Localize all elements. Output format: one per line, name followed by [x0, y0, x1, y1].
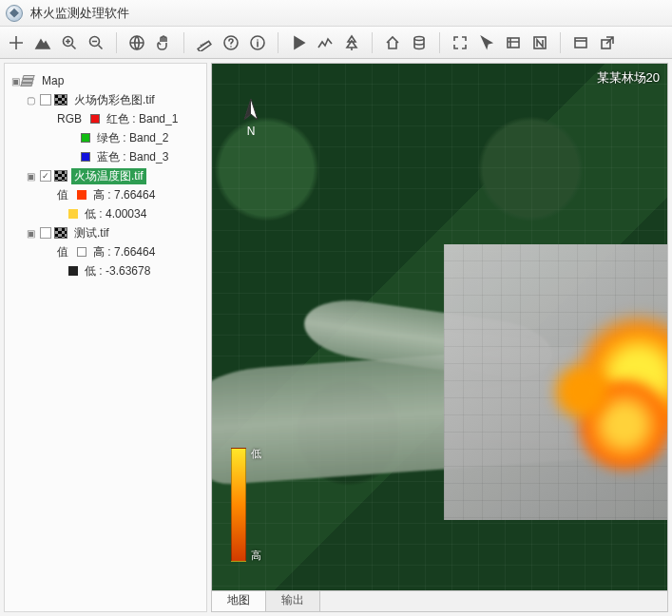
value-high: 高 : 7.66464	[90, 244, 158, 260]
collapse-icon[interactable]: ▣	[24, 169, 37, 183]
toolbar-separator	[116, 32, 117, 53]
tab-output[interactable]: 输出	[265, 588, 320, 611]
value-row: 值 高 : 7.66464	[9, 242, 204, 261]
value-label: 值	[54, 244, 71, 260]
toolbar-separator	[278, 32, 278, 53]
external-icon[interactable]	[597, 32, 618, 53]
globe-icon[interactable]	[126, 32, 147, 53]
app-logo-icon	[6, 5, 23, 22]
tree-icon[interactable]	[341, 32, 362, 53]
fullscreen-icon[interactable]	[450, 32, 470, 53]
map-area: 某某林场20 N 低 高 地图 输出	[211, 63, 668, 612]
add-icon[interactable]	[6, 32, 27, 53]
band-label: 蓝色 : Band_3	[94, 149, 171, 165]
mountain-icon[interactable]	[32, 32, 53, 53]
play-icon[interactable]	[288, 32, 309, 53]
map-title-overlay: 某某林场20	[597, 69, 660, 87]
zoom-in-icon[interactable]	[59, 32, 80, 53]
layer-label: 火场伪彩色图.tif	[71, 92, 158, 108]
blue-swatch-icon	[81, 152, 90, 162]
layer-visibility-checkbox[interactable]	[40, 170, 51, 182]
band-row: 蓝色 : Band_3	[9, 147, 204, 166]
high-swatch-icon	[77, 247, 86, 257]
layer-item-pseudo-color[interactable]: ▢ 火场伪彩色图.tif	[9, 90, 204, 109]
raster-icon	[54, 227, 67, 239]
high-swatch-icon	[77, 190, 86, 200]
zoom-out-icon[interactable]	[86, 32, 106, 53]
value-row: 低 : 4.00034	[9, 204, 204, 223]
layer-label: 测试.tif	[71, 225, 112, 241]
title-bar: 林火监测处理软件	[0, 0, 672, 27]
layers-icon	[22, 75, 35, 87]
rgb-label: RGB	[54, 112, 85, 125]
band-label: 红色 : Band_1	[104, 111, 181, 127]
value-low: 低 : 4.00034	[82, 206, 149, 222]
toolbar-separator	[560, 32, 561, 53]
app-title: 林火监测处理软件	[30, 5, 129, 22]
value-label: 值	[54, 187, 71, 203]
value-low: 低 : -3.63678	[82, 263, 153, 279]
layer-panel: ▣ Map ▢ 火场伪彩色图.tif RGB 红色 : Band_1 绿色 : …	[4, 63, 207, 612]
north-arrow-icon: N	[240, 97, 261, 149]
bottom-tabs: 地图 输出	[211, 591, 668, 612]
collapse-icon[interactable]: ▢	[24, 93, 37, 106]
svg-rect-7	[508, 38, 519, 48]
database-icon[interactable]	[409, 32, 430, 53]
svg-text:N: N	[247, 125, 256, 138]
raster-icon	[54, 94, 67, 106]
ruler-icon[interactable]	[194, 32, 215, 53]
layer-visibility-checkbox[interactable]	[40, 94, 51, 106]
low-swatch-icon	[68, 266, 78, 276]
window-icon[interactable]	[570, 32, 591, 53]
tree-root-label: Map	[39, 74, 67, 87]
map-canvas[interactable]: 某某林场20 N 低 高	[211, 63, 668, 591]
layer-visibility-checkbox[interactable]	[40, 227, 51, 239]
layer-item-temperature[interactable]: ▣ 火场温度图.tif	[9, 166, 204, 185]
toolbar-separator	[439, 32, 440, 53]
rgb-composite-row: RGB 红色 : Band_1	[9, 109, 204, 128]
value-row: 值 高 : 7.66464	[9, 185, 204, 204]
cursor-icon[interactable]	[476, 32, 497, 53]
layer-tree[interactable]: ▣ Map ▢ 火场伪彩色图.tif RGB 红色 : Band_1 绿色 : …	[5, 64, 206, 611]
pan-icon[interactable]	[153, 32, 174, 53]
main-toolbar	[0, 27, 672, 59]
svg-point-6	[414, 36, 424, 40]
value-high: 高 : 7.66464	[90, 187, 158, 203]
home-icon[interactable]	[382, 32, 403, 53]
toolbar-separator	[183, 32, 184, 53]
toolbar-separator	[372, 32, 373, 53]
layer-item-test[interactable]: ▣ 测试.tif	[9, 223, 204, 242]
color-ramp-legend: 低 高	[231, 448, 246, 562]
legend-low-label: 低	[251, 447, 261, 461]
trend-icon[interactable]	[315, 32, 336, 53]
value-row: 低 : -3.63678	[9, 261, 204, 280]
svg-rect-9	[575, 38, 586, 48]
info-icon[interactable]	[247, 32, 268, 53]
tab-map[interactable]: 地图	[211, 588, 266, 611]
legend-high-label: 高	[251, 549, 261, 563]
collapse-icon[interactable]: ▣	[24, 226, 37, 240]
tree-root-map[interactable]: ▣ Map	[9, 71, 204, 90]
low-swatch-icon	[68, 209, 78, 219]
raster-icon	[54, 170, 67, 182]
band-label: 绿色 : Band_2	[94, 130, 171, 146]
layer-label: 火场温度图.tif	[71, 168, 146, 184]
north-tool-icon[interactable]	[529, 32, 550, 53]
red-swatch-icon	[90, 114, 100, 124]
coords-icon[interactable]	[503, 32, 524, 53]
fire-heatmap	[534, 311, 667, 453]
green-swatch-icon	[81, 133, 90, 143]
band-row: 绿色 : Band_2	[9, 128, 204, 147]
help-icon[interactable]	[221, 32, 241, 53]
